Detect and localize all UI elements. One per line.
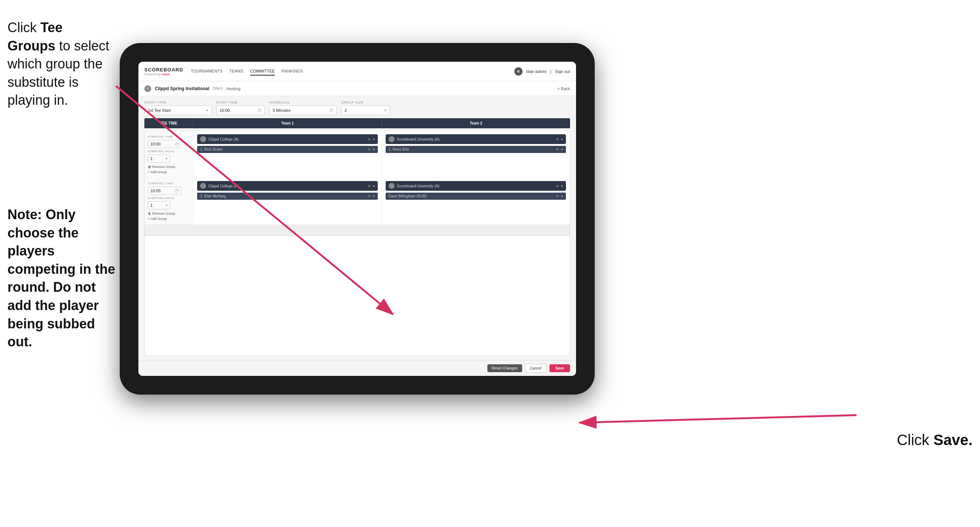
- group1-time-col: STARTING TIME: 10:00 🕐 STARTING HOLE: 1 …: [145, 131, 193, 178]
- start-time-icon: 🕐: [257, 108, 261, 112]
- group2-team2-actions: ✕ ▾: [556, 184, 563, 188]
- group1-team2-col: Scoreboard University (A) ✕ ▾ 1. Rees Br…: [382, 131, 570, 178]
- content-area: Start Type 1st Tee Start ▾ Start Time 10…: [138, 96, 576, 360]
- th-team1: Team 1: [193, 118, 382, 128]
- group1-p1-chevron[interactable]: ▾: [373, 147, 375, 151]
- group2-team2-slot[interactable]: Scoreboard University (A) ✕ ▾: [386, 181, 566, 191]
- start-type-label: Start Type: [145, 100, 212, 104]
- user-name: blair admin: [526, 69, 546, 74]
- group2-starting-time-label: STARTING TIME:: [148, 182, 190, 185]
- group2-p2-close[interactable]: ✕: [556, 194, 559, 198]
- group2-team2-name: Scoreboard University (A): [397, 184, 439, 188]
- intervals-label: Intervals: [269, 100, 337, 104]
- group2-starting-hole-label: STARTING HOLE:: [148, 196, 190, 200]
- group1-p2-close[interactable]: ✕: [556, 147, 559, 151]
- group2-team2-chevron[interactable]: ▾: [561, 184, 563, 188]
- user-avatar: B: [514, 67, 523, 76]
- nav-teams[interactable]: TEAMS: [229, 67, 243, 76]
- group2-team2-avatar: [389, 183, 395, 189]
- group2-team1-player1[interactable]: 2. Blair McHarg ✕ ▾: [197, 193, 378, 200]
- group1-p1-close[interactable]: ✕: [368, 147, 371, 151]
- group2-p1-close[interactable]: ✕: [368, 194, 371, 198]
- group1-team1-avatar: [200, 136, 206, 142]
- group2-p2-chevron[interactable]: ▾: [561, 194, 563, 198]
- cancel-button[interactable]: Cancel: [525, 364, 546, 373]
- intervals-group: Intervals 5 Minutes 🕐: [269, 100, 337, 115]
- nav-rankings[interactable]: RANKINGS: [282, 67, 303, 76]
- start-type-group: Start Type 1st Tee Start ▾: [145, 100, 212, 115]
- tee-groups-emphasis: Tee Groups: [8, 20, 62, 54]
- group2-team1-slot[interactable]: Clippd College (A) ✕ ▾: [197, 181, 378, 191]
- nav-links: TOURNAMENTS TEAMS COMMITTEE RANKINGS: [191, 67, 514, 76]
- nav-committee[interactable]: COMMITTEE: [250, 67, 275, 76]
- instruction-bottom-left: Note: Only choose the players competing …: [0, 198, 127, 359]
- group2-p1-chevron[interactable]: ▾: [373, 194, 375, 198]
- group1-team2-close[interactable]: ✕: [556, 137, 559, 142]
- settings-form-row: Start Type 1st Tee Start ▾ Start Time 10…: [145, 100, 570, 115]
- group2-remove-button[interactable]: 🗑 Remove Group: [148, 212, 190, 215]
- group2-team1-close[interactable]: ✕: [368, 184, 371, 188]
- groups-container: STARTING TIME: 10:00 🕐 STARTING HOLE: 1 …: [145, 131, 570, 356]
- save-button[interactable]: Save: [549, 364, 570, 372]
- group2-team2-col: Scoreboard University (A) ✕ ▾ Dave Billi…: [382, 178, 570, 224]
- group2-team1-avatar: [200, 183, 206, 189]
- intervals-icon: 🕐: [329, 108, 333, 112]
- group1-team1-chevron[interactable]: ▾: [373, 137, 375, 142]
- nav-logo: SCOREBOARD Powered by clippd: [145, 67, 183, 76]
- nav-tournaments[interactable]: TOURNAMENTS: [191, 67, 223, 76]
- group2-hole-input[interactable]: 1 ▾: [148, 201, 170, 209]
- group1-team2-avatar: [389, 136, 395, 142]
- start-type-chevron: ▾: [207, 108, 208, 112]
- group1-team1-name: Clippd College (A): [208, 137, 239, 142]
- start-type-input[interactable]: 1st Tee Start ▾: [145, 105, 212, 115]
- back-link[interactable]: < Back: [557, 86, 570, 91]
- group2-team1-actions: ✕ ▾: [368, 184, 375, 188]
- group2-time-input[interactable]: 10:05 🕐: [148, 187, 181, 195]
- group2-add-button[interactable]: + Add Group: [148, 217, 190, 221]
- group1-team1-player1[interactable]: 1. Rich Butler ✕ ▾: [197, 146, 378, 153]
- partial-row: [145, 225, 570, 236]
- table-header: Tee Time Team 1 Team 2: [145, 118, 570, 128]
- group1-team2-player1[interactable]: 1. Rees Britt ✕ ▾: [386, 146, 566, 153]
- reset-changes-button[interactable]: Reset Changes: [487, 364, 522, 372]
- footer-bar: Reset Changes Cancel Save: [138, 360, 576, 376]
- group1-starting-time-label: STARTING TIME:: [148, 135, 190, 139]
- save-emphasis: Save.: [933, 431, 972, 448]
- sign-out-link[interactable]: Sign out: [555, 69, 570, 74]
- group-size-label: Group Size: [341, 100, 390, 104]
- group2-team2-close[interactable]: ✕: [556, 184, 559, 188]
- note-emphasis: Note: Only choose the players competing …: [8, 207, 115, 349]
- start-time-label: Start Time: [216, 100, 265, 104]
- group1-team1-close[interactable]: ✕: [368, 137, 371, 142]
- event-name: Clippd Spring Invitational: [155, 86, 209, 91]
- th-team2: Team 2: [382, 118, 570, 128]
- group1-team1-slot[interactable]: Clippd College (A) ✕ ▾: [197, 134, 378, 144]
- group1-hole-input[interactable]: 1 ▾: [148, 154, 170, 163]
- group-row-1: STARTING TIME: 10:00 🕐 STARTING HOLE: 1 …: [145, 131, 570, 178]
- group2-team1-chevron[interactable]: ▾: [373, 184, 375, 188]
- start-time-group: Start Time 10:00 🕐: [216, 100, 265, 115]
- nav-separator: |: [550, 69, 551, 74]
- group1-p2-chevron[interactable]: ▾: [561, 147, 563, 151]
- group1-team2-actions: ✕ ▾: [556, 137, 563, 142]
- group1-add-button[interactable]: + Add Group: [148, 170, 190, 174]
- group2-time-col: STARTING TIME: 10:05 🕐 STARTING HOLE: 1 …: [145, 178, 193, 224]
- group1-team2-chevron[interactable]: ▾: [561, 137, 563, 142]
- nav-bar: SCOREBOARD Powered by clippd TOURNAMENTS…: [138, 62, 576, 81]
- start-time-input[interactable]: 10:00 🕐: [216, 105, 265, 115]
- group2-team2-player1[interactable]: Dave Billingham (SUB) ✕ ▾: [386, 193, 566, 200]
- group1-starting-hole-label: STARTING HOLE:: [148, 150, 190, 153]
- group1-team1-actions: ✕ ▾: [368, 137, 375, 142]
- group2-team1-col: Clippd College (A) ✕ ▾ 2. Blair McHarg ✕: [193, 178, 382, 224]
- group1-time-input[interactable]: 10:00 🕐: [148, 140, 181, 148]
- group-size-input[interactable]: 2 ▾: [341, 105, 390, 115]
- tablet-frame: SCOREBOARD Powered by clippd TOURNAMENTS…: [120, 43, 595, 395]
- intervals-input[interactable]: 5 Minutes 🕐: [269, 105, 337, 115]
- group2-team1-name: Clippd College (A): [208, 184, 239, 188]
- th-tee-time: Tee Time: [145, 118, 193, 128]
- svg-line-3: [580, 415, 857, 423]
- group1-team2-slot[interactable]: Scoreboard University (A) ✕ ▾: [386, 134, 566, 144]
- hosting-label: Hosting: [226, 86, 240, 91]
- group1-remove-button[interactable]: 🗑 Remove Group: [148, 165, 190, 169]
- group-size-group: Group Size 2 ▾: [341, 100, 390, 115]
